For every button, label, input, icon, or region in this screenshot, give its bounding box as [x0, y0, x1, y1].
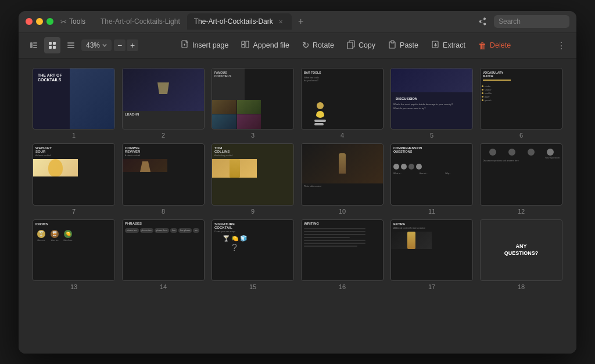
search-input[interactable]: [494, 15, 569, 28]
slide-item[interactable]: EXTRA Additional content for extra pract…: [390, 219, 473, 291]
toolbar: 43% − + Insert page: [19, 33, 576, 59]
sidebar-toggle-button[interactable]: [26, 37, 42, 53]
toolbar-actions: Insert page Append file ↻ Rotate: [175, 37, 517, 53]
copy-icon: [347, 40, 356, 51]
slide-number: 1: [72, 132, 76, 139]
append-file-label: Append file: [253, 41, 289, 49]
right-sidebar-toggle[interactable]: ⋮: [553, 37, 569, 53]
toolbar-left: 43% − +: [26, 37, 138, 53]
insert-page-label: Insert page: [192, 41, 229, 49]
slide-preview: Photo slide content: [302, 144, 383, 205]
slide-preview: PHRASES phrase one phrase two phrase thr…: [123, 220, 204, 281]
slide-thumb: Discussion questions and answers here Yo…: [480, 143, 562, 206]
tabs-area: The-Art-of-Cocktails-Light The-Art-of-Co…: [94, 13, 475, 30]
titlebar: ✂ Tools The-Art-of-Cocktails-Light The-A…: [19, 11, 576, 33]
slide-item[interactable]: FAMOUSCOCKTAILS 3: [212, 68, 294, 139]
list-view-button[interactable]: [63, 37, 79, 53]
delete-button[interactable]: 🗑 Delete: [472, 38, 517, 53]
svg-rect-19: [347, 42, 353, 49]
slide-number: 17: [428, 283, 435, 290]
slide-preview: FAMOUSCOCKTAILS: [212, 69, 293, 129]
slide-item[interactable]: VOCABULARYMATCH shaker strainer muddler …: [480, 68, 562, 139]
slide-item[interactable]: PHRASES phrase one phrase two phrase thr…: [122, 219, 205, 291]
slide-preview: DISCUSSION What's the most popular drink…: [391, 69, 472, 129]
tab-light[interactable]: The-Art-of-Cocktails-Light: [94, 13, 187, 30]
slide-number: 5: [430, 132, 433, 139]
zoom-display[interactable]: 43%: [81, 39, 112, 51]
slide-preview: IDIOMS 🍸 idiom one 🥃 idiom two: [33, 220, 114, 281]
slide-preview: TOMCOLLINS A refreshing cocktail: [212, 144, 293, 205]
paste-button[interactable]: Paste: [382, 37, 424, 53]
insert-page-button[interactable]: Insert page: [175, 37, 235, 53]
insert-page-icon: [181, 40, 189, 51]
append-file-button[interactable]: Append file: [235, 37, 295, 53]
slide-item[interactable]: TOMCOLLINS A refreshing cocktail 9: [212, 143, 294, 215]
zoom-plus-button[interactable]: +: [127, 39, 138, 51]
rotate-label: Rotate: [313, 41, 334, 49]
slide-thumb: FAMOUSCOCKTAILS: [212, 68, 294, 130]
slide-item[interactable]: WHISKEYSOUR A classic cocktail 7: [33, 143, 115, 215]
tab-close-icon[interactable]: ✕: [277, 17, 285, 26]
copy-button[interactable]: Copy: [341, 37, 381, 53]
slide-number: 9: [251, 208, 255, 215]
slide-item[interactable]: DISCUSSION What's the most popular drink…: [390, 68, 473, 139]
tab-dark[interactable]: The-Art-of-Cocktails-Dark ✕: [187, 13, 292, 30]
slide-item[interactable]: CORPSEREVIVER A classic cocktail 8: [122, 143, 205, 215]
slide-item[interactable]: ANYQUESTIONS? 18: [480, 219, 562, 291]
slide-number: 15: [249, 283, 256, 290]
slide-preview: ANYQUESTIONS?: [481, 220, 562, 281]
slide-thumb: LEAD-IN: [122, 68, 205, 130]
titlebar-tools: ✂ Tools: [60, 17, 89, 26]
slide-item[interactable]: IDIOMS 🍸 idiom one 🥃 idiom two: [33, 219, 115, 291]
tab-light-label: The-Art-of-Cocktails-Light: [101, 17, 180, 26]
titlebar-right: [475, 15, 569, 28]
slide-preview: THE ART OFCOCKTAILS: [33, 69, 114, 129]
close-button[interactable]: [26, 18, 33, 25]
slide-preview: BAR TOOLS What bar tools do you know?: [302, 69, 383, 129]
slide-preview: EXTRA Additional content for extra pract…: [391, 220, 472, 281]
slide-thumb: TOMCOLLINS A refreshing cocktail: [212, 143, 294, 206]
slide-number: 12: [518, 208, 525, 215]
slide-item[interactable]: LEAD-IN 2: [122, 68, 205, 139]
zoom-value: 43%: [86, 41, 100, 49]
slide-item[interactable]: Photo slide content 10: [301, 143, 383, 215]
slide-thumb: WRITING: [301, 219, 383, 282]
tab-dark-label: The-Art-of-Cocktails-Dark: [194, 17, 273, 26]
slide-thumb: COMPREHENSIONQUESTIONS What is... How do…: [390, 143, 473, 206]
slide-item[interactable]: THE ART OFCOCKTAILS 1: [33, 68, 115, 139]
slide-item[interactable]: COMPREHENSIONQUESTIONS What is... How do…: [390, 143, 473, 215]
slide-number: 16: [339, 283, 346, 290]
new-tab-button[interactable]: +: [294, 15, 308, 28]
slide-thumb: VOCABULARYMATCH shaker strainer muddler …: [480, 68, 562, 130]
extract-button[interactable]: Extract: [425, 37, 471, 53]
zoom-minus-button[interactable]: −: [114, 39, 126, 51]
delete-label: Delete: [490, 41, 511, 49]
minimize-button[interactable]: [36, 18, 43, 25]
slide-preview: LEAD-IN: [123, 69, 204, 129]
rotate-icon: ↻: [302, 40, 310, 51]
svg-rect-3: [33, 47, 37, 48]
slide-number: 18: [518, 283, 525, 290]
rotate-button[interactable]: ↻ Rotate: [296, 37, 340, 53]
slides-content: THE ART OFCOCKTAILS 1 LEAD-IN: [19, 59, 576, 354]
slide-preview: SIGNATURECOCKTAIL Create your own recipe…: [212, 220, 293, 281]
slide-item[interactable]: SIGNATURECOCKTAIL Create your own recipe…: [212, 219, 294, 291]
share-button[interactable]: [475, 15, 489, 28]
slide-number: 10: [339, 208, 346, 215]
maximize-button[interactable]: [46, 18, 53, 25]
delete-icon: 🗑: [478, 41, 487, 51]
svg-rect-9: [67, 45, 74, 46]
slide-preview: WRITING: [302, 220, 383, 281]
svg-rect-4: [49, 42, 52, 45]
app-window: ✂ Tools The-Art-of-Cocktails-Light The-A…: [19, 11, 576, 354]
slide-item[interactable]: Discussion questions and answers here Yo…: [480, 143, 562, 215]
slide-item[interactable]: BAR TOOLS What bar tools do you know?: [301, 68, 383, 139]
grid-view-button[interactable]: [44, 37, 60, 53]
slide-thumb: WHISKEYSOUR A classic cocktail: [33, 143, 115, 206]
svg-rect-2: [33, 45, 37, 46]
extract-icon: [431, 40, 440, 51]
slide-item[interactable]: WRITING 16: [301, 219, 383, 291]
tools-label: Tools: [69, 17, 85, 26]
copy-label: Copy: [359, 41, 375, 49]
svg-rect-7: [53, 46, 56, 49]
